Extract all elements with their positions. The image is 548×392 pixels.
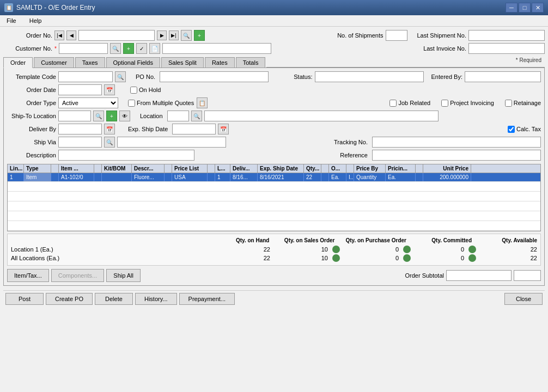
deliver-by-date-picker[interactable]: 📅: [104, 124, 115, 134]
nav-next-button[interactable]: ▶: [157, 30, 167, 40]
col-type: Type: [24, 164, 51, 173]
from-multiple-quotes-btn[interactable]: 📋: [197, 97, 208, 108]
tab-optional-fields[interactable]: Optional Fields: [106, 57, 160, 68]
currency-input[interactable]: USD: [514, 270, 541, 281]
on-hold-checkbox[interactable]: [130, 87, 137, 94]
po-no-input[interactable]: [160, 71, 269, 82]
description-input[interactable]: [58, 150, 194, 161]
col-pl-icon: [208, 164, 215, 173]
customer-name-input[interactable]: Mr. Ronald Black: [162, 43, 271, 54]
all-locations-committed-drill[interactable]: [468, 254, 476, 262]
close-button[interactable]: ✕: [532, 3, 544, 13]
new-order-button[interactable]: +: [194, 30, 205, 41]
history-button[interactable]: History...: [135, 293, 177, 305]
order-type-select[interactable]: Active Quote Standing Future: [58, 97, 118, 108]
restore-button[interactable]: □: [519, 3, 531, 13]
customer-no-label: Customer No.: [3, 45, 52, 52]
on-hold-label: On Hold: [139, 87, 161, 93]
location1-purchase-order-drill[interactable]: [403, 246, 411, 253]
tab-totals[interactable]: Totals: [236, 57, 266, 68]
table-row[interactable]: 1 Item A1-102/0 Fluore... USA 1 8/16... …: [8, 173, 540, 182]
cell-ord-icon: I...: [346, 173, 354, 181]
tab-order[interactable]: Order: [3, 57, 33, 68]
location-description-input[interactable]: Central warehouse - Seattle: [204, 111, 439, 121]
ship-to-view-button[interactable]: 👁: [119, 111, 130, 121]
item-tax-button[interactable]: Item/Tax...: [7, 269, 49, 282]
order-date-input[interactable]: 08/16/2021: [58, 84, 102, 95]
qty-available-col-header: Qty. Available: [483, 237, 537, 243]
location-search-button[interactable]: 🔍: [191, 111, 202, 121]
entered-by-input[interactable]: [465, 71, 541, 82]
from-multiple-quotes-checkbox[interactable]: [128, 100, 135, 107]
order-no-input[interactable]: *** NEW ***: [78, 30, 155, 41]
ship-via-input[interactable]: CCT: [58, 137, 102, 148]
tab-sales-split[interactable]: Sales Split: [161, 57, 204, 68]
template-search-button[interactable]: 🔍: [115, 71, 126, 82]
menu-help[interactable]: Help: [25, 16, 46, 25]
calc-tax-group: Calc. Tax: [508, 126, 541, 133]
nav-prev-button[interactable]: ◀: [66, 30, 76, 40]
cell-pl-icon: [208, 173, 215, 181]
nav-first-button[interactable]: |◀: [54, 30, 64, 40]
status-input[interactable]: [315, 71, 424, 82]
order-subtotal-label: Order Subtotal: [405, 272, 444, 279]
customer-info-button[interactable]: 📄: [149, 43, 160, 54]
deliver-by-input[interactable]: 08/16/2021: [58, 124, 102, 134]
location1-sales-order-drill[interactable]: [332, 246, 340, 253]
delete-button[interactable]: Delete: [95, 293, 133, 305]
minimize-button[interactable]: ─: [506, 3, 517, 13]
menu-file[interactable]: File: [2, 16, 21, 25]
post-button[interactable]: Post: [5, 293, 44, 305]
last-shipment-no-label: Last Shipment No.: [417, 32, 467, 39]
location1-committed-drill[interactable]: [468, 246, 476, 253]
ship-via-description-input[interactable]: Cross-Country Trucking Lines: [117, 137, 226, 148]
calc-tax-checkbox[interactable]: [508, 126, 515, 133]
retainage-label: Retainage: [514, 100, 541, 106]
order-subtotal-input[interactable]: 4,400.00: [446, 270, 512, 281]
nav-last-button[interactable]: ▶|: [169, 30, 179, 40]
ship-to-location-input[interactable]: [58, 111, 91, 121]
customer-search-button[interactable]: 🔍: [110, 43, 121, 54]
all-locations-sales-order-drill[interactable]: [332, 254, 340, 262]
last-invoice-no-input[interactable]: [468, 43, 545, 54]
customer-no-input[interactable]: 1200: [59, 43, 108, 54]
ship-to-add-button[interactable]: +: [106, 111, 117, 121]
cell-descr: Fluore...: [132, 173, 165, 181]
reference-input[interactable]: [372, 150, 541, 161]
tab-rates[interactable]: Rates: [205, 57, 235, 68]
exp-ship-date-input[interactable]: 08/16/2021: [172, 124, 216, 134]
order-date-picker[interactable]: 📅: [104, 84, 115, 95]
ship-via-search-button[interactable]: 🔍: [104, 137, 115, 148]
template-code-input[interactable]: ACTIVE: [58, 71, 113, 82]
close-window-button[interactable]: Close: [504, 293, 543, 305]
all-locations-purchase-order-drill[interactable]: [403, 254, 411, 262]
location-input[interactable]: 1: [167, 111, 189, 121]
order-no-row: Order No. |◀ ◀ *** NEW *** ▶ ▶| 🔍 + No. …: [3, 30, 545, 41]
project-invoicing-checkbox[interactable]: [441, 100, 448, 107]
ship-all-button[interactable]: Ship All: [106, 269, 141, 282]
ship-to-search-button[interactable]: 🔍: [93, 111, 104, 121]
search-order-button[interactable]: 🔍: [181, 30, 192, 41]
components-button[interactable]: Components...: [51, 269, 105, 282]
job-related-label: Job Related: [398, 100, 430, 106]
po-no-label: PO No.: [136, 74, 155, 80]
grid-scroll-area[interactable]: Lin... Type Item ... Kit/BOM Descr... Pr…: [8, 164, 540, 231]
cell-pricing-icon: [416, 173, 423, 181]
col-pricing: Pricin...: [386, 164, 416, 173]
customer-add-button[interactable]: +: [123, 43, 134, 54]
create-po-button[interactable]: Create PO: [46, 293, 93, 305]
tracking-no-input[interactable]: [372, 137, 541, 148]
customer-check-button[interactable]: ✓: [136, 43, 147, 54]
tab-taxes[interactable]: Taxes: [75, 57, 105, 68]
no-of-shipments-input[interactable]: 0: [386, 30, 407, 41]
retainage-checkbox[interactable]: [505, 100, 512, 107]
last-shipment-no-input[interactable]: [468, 30, 545, 41]
window-controls: ─ □ ✕: [506, 3, 544, 13]
job-related-group: Job Related: [389, 100, 430, 107]
col-qty: Qty...: [304, 164, 321, 173]
tab-customer[interactable]: Customer: [34, 57, 74, 68]
job-related-checkbox[interactable]: [389, 100, 397, 107]
location1-qty-committed: 0: [461, 246, 464, 253]
prepayment-button[interactable]: Prepayment...: [179, 293, 235, 305]
exp-ship-date-picker[interactable]: 📅: [218, 124, 229, 134]
